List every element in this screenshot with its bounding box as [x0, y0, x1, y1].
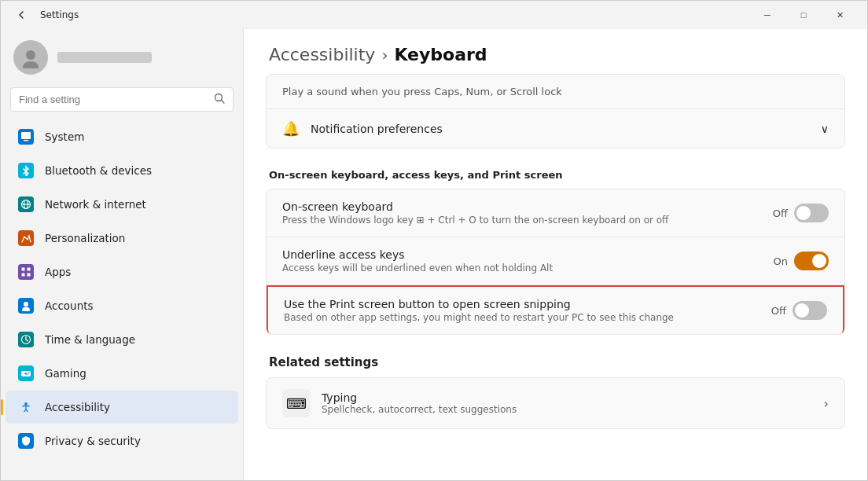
- svg-point-21: [28, 373, 30, 374]
- partial-row: Play a sound when you press Caps, Num, o…: [267, 75, 844, 109]
- sidebar-item-apps[interactable]: Apps: [6, 255, 238, 288]
- related-card: ⌨ Typing Spellcheck, autocorrect, text s…: [266, 377, 845, 429]
- underline-keys-title: Underline access keys: [282, 248, 553, 261]
- time-icon: [18, 332, 34, 347]
- typing-icon: ⌨: [282, 389, 311, 417]
- personalization-icon: [18, 230, 34, 246]
- sidebar-label-accessibility: Accessibility: [45, 401, 110, 413]
- print-screen-title: Use the Print screen button to open scre…: [284, 298, 674, 310]
- print-screen-toggle-container: Off: [771, 301, 827, 320]
- typing-desc: Spellcheck, autocorrect, text suggestion…: [322, 404, 517, 415]
- svg-point-14: [22, 307, 30, 312]
- settings-card: On-screen keyboard Press the Windows log…: [266, 189, 845, 335]
- titlebar-left: Settings: [10, 1, 79, 29]
- bluetooth-icon: [18, 163, 34, 178]
- print-screen-desc: Based on other app settings, you might n…: [284, 312, 674, 323]
- sidebar: System Bluetooth & devices Network & int…: [1, 29, 243, 480]
- privacy-icon: [18, 433, 34, 449]
- sidebar-item-gaming[interactable]: Gaming: [6, 357, 238, 390]
- onscreen-keyboard-toggle[interactable]: [794, 204, 829, 222]
- notification-row[interactable]: 🔔 Notification preferences ∨: [267, 109, 844, 148]
- minimize-button[interactable]: ─: [749, 1, 785, 29]
- sidebar-item-network[interactable]: Network & internet: [6, 188, 238, 221]
- svg-rect-9: [22, 268, 25, 271]
- breadcrumb-parent[interactable]: Accessibility: [269, 45, 375, 64]
- typing-title: Typing: [322, 391, 517, 404]
- sidebar-item-privacy[interactable]: Privacy & security: [6, 424, 238, 457]
- notification-row-left: 🔔 Notification preferences: [282, 120, 443, 137]
- onscreen-keyboard-row: On-screen keyboard Press the Windows log…: [267, 189, 844, 237]
- accessibility-icon: [18, 399, 34, 415]
- main-content: System Bluetooth & devices Network & int…: [1, 29, 867, 480]
- typing-row[interactable]: ⌨ Typing Spellcheck, autocorrect, text s…: [267, 378, 844, 428]
- sidebar-item-personalization[interactable]: Personalization: [6, 222, 238, 255]
- sidebar-label-accounts: Accounts: [45, 299, 94, 312]
- underline-keys-toggle-container: On: [774, 252, 829, 270]
- sidebar-item-bluetooth[interactable]: Bluetooth & devices: [6, 154, 238, 187]
- underline-keys-toggle-label: On: [774, 255, 788, 267]
- back-button[interactable]: [10, 1, 32, 29]
- system-icon: [18, 129, 34, 145]
- typing-chevron-icon: ›: [824, 396, 829, 411]
- underline-keys-toggle[interactable]: [794, 252, 829, 270]
- svg-rect-11: [22, 274, 25, 277]
- svg-rect-5: [24, 140, 28, 141]
- onscreen-keyboard-toggle-label: Off: [773, 207, 788, 219]
- underline-keys-info: Underline access keys Access keys will b…: [282, 248, 553, 274]
- window-title: Settings: [40, 9, 79, 20]
- active-indicator: [1, 399, 3, 415]
- print-screen-toggle[interactable]: [793, 301, 827, 320]
- user-section: [1, 29, 243, 83]
- svg-rect-4: [21, 132, 31, 139]
- breadcrumb-current: Keyboard: [394, 45, 487, 64]
- maximize-button[interactable]: □: [785, 1, 822, 29]
- settings-window: Settings ─ □ ✕: [0, 0, 868, 481]
- user-name: [57, 52, 152, 63]
- apps-icon: [18, 264, 34, 280]
- onscreen-keyboard-toggle-container: Off: [773, 204, 829, 222]
- notification-chevron: ∨: [821, 123, 829, 135]
- partial-text: Play a sound when you press Caps, Num, o…: [282, 86, 562, 97]
- sidebar-item-accessibility[interactable]: Accessibility: [6, 391, 238, 424]
- main-panel: Accessibility › Keyboard Play a sound wh…: [243, 29, 867, 480]
- sidebar-label-gaming: Gaming: [45, 367, 86, 380]
- print-screen-info: Use the Print screen button to open scre…: [284, 298, 674, 323]
- titlebar-controls: ─ □ ✕: [749, 1, 858, 29]
- onscreen-keyboard-title: On-screen keyboard: [282, 200, 668, 213]
- svg-rect-12: [28, 274, 31, 277]
- print-screen-row: Use the Print screen button to open scre…: [267, 285, 844, 334]
- search-box[interactable]: [10, 87, 234, 112]
- close-button[interactable]: ✕: [822, 1, 858, 29]
- gaming-icon: [18, 365, 34, 381]
- sidebar-item-time[interactable]: Time & language: [6, 323, 238, 356]
- notification-bell-icon: 🔔: [282, 120, 300, 137]
- svg-line-17: [26, 340, 28, 341]
- search-input[interactable]: [19, 94, 208, 105]
- underline-keys-row: Underline access keys Access keys will b…: [267, 237, 844, 285]
- top-section-card: Play a sound when you press Caps, Num, o…: [266, 74, 845, 149]
- sidebar-label-time: Time & language: [45, 333, 135, 346]
- svg-point-13: [24, 302, 28, 307]
- svg-point-1: [23, 61, 39, 68]
- nav-list: System Bluetooth & devices Network & int…: [1, 119, 243, 458]
- sidebar-label-system: System: [45, 130, 84, 143]
- titlebar: Settings ─ □ ✕: [1, 1, 867, 29]
- sidebar-item-accounts[interactable]: Accounts: [6, 289, 238, 322]
- svg-line-3: [222, 101, 225, 104]
- accounts-icon: [18, 298, 34, 314]
- sidebar-label-apps: Apps: [45, 266, 71, 278]
- onscreen-keyboard-desc: Press the Windows logo key ⊞ + Ctrl + O …: [282, 215, 668, 226]
- search-icon: [214, 93, 225, 106]
- typing-info: Typing Spellcheck, autocorrect, text sug…: [322, 391, 517, 415]
- sidebar-label-bluetooth: Bluetooth & devices: [45, 164, 152, 177]
- sidebar-label-personalization: Personalization: [45, 232, 125, 244]
- svg-point-0: [26, 50, 35, 60]
- section-heading: On-screen keyboard, access keys, and Pri…: [244, 155, 867, 189]
- breadcrumb-separator: ›: [381, 46, 388, 64]
- svg-point-22: [28, 373, 29, 375]
- sidebar-item-system[interactable]: System: [6, 120, 238, 153]
- svg-point-23: [24, 402, 28, 406]
- breadcrumb: Accessibility › Keyboard: [244, 29, 867, 74]
- network-icon: [18, 196, 34, 212]
- sidebar-label-network: Network & internet: [45, 198, 146, 211]
